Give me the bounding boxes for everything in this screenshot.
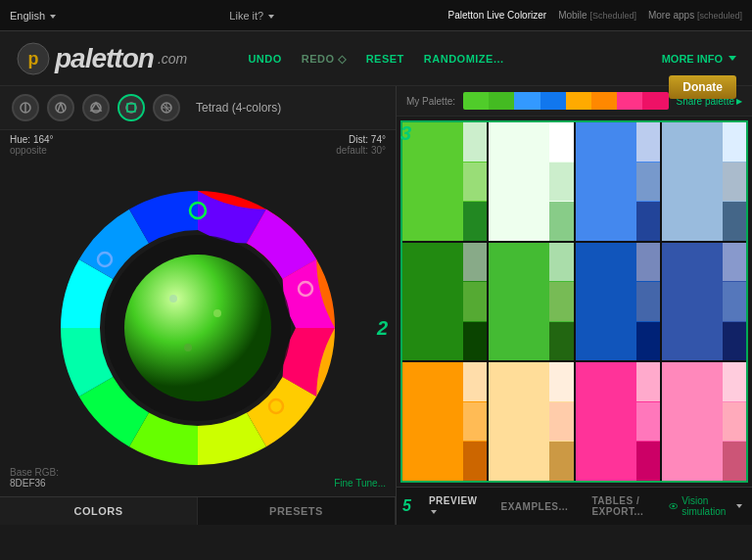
sub-swatch-11b[interactable] <box>636 402 660 442</box>
palette-swatch-2[interactable] <box>489 92 514 110</box>
palette-swatch-6[interactable] <box>591 92 617 110</box>
main-swatch-2[interactable] <box>489 122 549 241</box>
undo-button[interactable]: UNDO <box>240 49 289 69</box>
sub-swatch-11c[interactable] <box>636 442 660 481</box>
tetrad-mode-button[interactable] <box>118 94 145 121</box>
donate-button[interactable]: Donate <box>669 75 736 99</box>
grid-cell-2[interactable] <box>489 122 573 241</box>
sub-swatch-10c[interactable] <box>549 442 573 481</box>
sub-swatch-6a[interactable] <box>549 243 573 282</box>
sub-swatch-9a[interactable] <box>463 362 487 401</box>
main-swatch-5[interactable] <box>402 243 463 361</box>
grid-cell-11[interactable] <box>576 362 660 481</box>
grid-cell-7[interactable] <box>576 243 660 361</box>
sub-swatch-1a[interactable] <box>463 122 487 162</box>
palette-swatch-4[interactable] <box>540 92 566 110</box>
palette-swatch-1[interactable] <box>463 92 489 110</box>
palette-swatch-7[interactable] <box>617 92 642 110</box>
color-grid[interactable] <box>400 120 748 483</box>
redo-button[interactable]: REDO ◇ <box>294 48 354 69</box>
main-swatch-3[interactable] <box>576 122 636 241</box>
grid-cell-6[interactable] <box>489 243 573 361</box>
sub-swatch-3b[interactable] <box>636 163 660 202</box>
tab-presets[interactable]: PRESETS <box>198 497 396 525</box>
paletton-live-label: Paletton Live Colorizer <box>448 10 547 21</box>
main-swatch-12[interactable] <box>662 362 723 481</box>
sub-swatch-2b[interactable] <box>549 163 573 202</box>
more-info-button[interactable]: MORE INFO <box>662 53 736 65</box>
tab-preview[interactable]: PREVIEW <box>417 488 490 525</box>
palette-swatch-3[interactable] <box>514 92 540 110</box>
language-selector[interactable]: English <box>10 10 56 22</box>
sub-swatch-2a[interactable] <box>549 122 573 162</box>
sub-swatch-7b[interactable] <box>636 282 660 321</box>
sub-swatch-8a[interactable] <box>723 243 746 282</box>
label-2: 2 <box>377 317 388 340</box>
sub-swatch-11a[interactable] <box>636 362 660 401</box>
sub-swatch-3a[interactable] <box>636 122 660 162</box>
adjacent-mode-button[interactable] <box>47 94 74 121</box>
mono-mode-button[interactable] <box>12 94 39 121</box>
fine-tune-button[interactable]: Fine Tune... <box>334 478 386 489</box>
sub-swatch-2c[interactable] <box>549 202 573 241</box>
grid-cell-3[interactable] <box>576 122 660 241</box>
sub-swatch-6c[interactable] <box>549 322 573 361</box>
grid-cell-8[interactable] <box>662 243 746 361</box>
main-swatch-4[interactable] <box>662 122 723 241</box>
mobile-label[interactable]: Mobile [Scheduled] <box>558 10 636 21</box>
triad-mode-button[interactable] <box>82 94 110 121</box>
grid-cell-12[interactable] <box>662 362 746 481</box>
main-swatch-6[interactable] <box>489 243 549 361</box>
sub-swatch-5c[interactable] <box>463 322 487 361</box>
main-swatch-10[interactable] <box>489 362 549 481</box>
sub-swatch-5a[interactable] <box>463 243 487 282</box>
custom-mode-button[interactable] <box>153 94 180 121</box>
sub-swatch-7c[interactable] <box>636 322 660 361</box>
sub-swatch-4c[interactable] <box>723 202 746 241</box>
randomize-button[interactable]: RANDOMIZE... <box>416 49 512 69</box>
sub-swatch-12b[interactable] <box>723 402 746 442</box>
sub-swatch-1b[interactable] <box>463 163 487 202</box>
sub-swatch-12c[interactable] <box>723 442 746 481</box>
mono-icon <box>18 100 33 116</box>
logo-icon: p <box>16 41 51 76</box>
like-it-button[interactable]: Like it? <box>56 10 447 22</box>
main-swatch-11[interactable] <box>576 362 636 481</box>
vision-simulation-button[interactable]: Vision simulation <box>669 495 752 517</box>
sub-swatch-10b[interactable] <box>549 402 573 442</box>
tab-examples[interactable]: EXAMPLES... <box>490 493 581 520</box>
main-swatch-9[interactable] <box>402 362 463 481</box>
palette-swatch-8[interactable] <box>642 92 668 110</box>
sub-swatch-8b[interactable] <box>723 282 746 321</box>
reset-button[interactable]: RESET <box>358 49 412 69</box>
tab-colors[interactable]: COLORS <box>0 497 198 525</box>
sub-swatch-9c[interactable] <box>463 442 487 481</box>
main-swatch-1[interactable] <box>402 122 463 241</box>
grid-cell-4[interactable] <box>662 122 746 241</box>
wheel-area[interactable]: 2 <box>0 160 396 496</box>
main-swatch-8[interactable] <box>662 243 723 361</box>
grid-cell-10[interactable] <box>489 362 573 481</box>
more-apps-label[interactable]: More apps [scheduled] <box>648 10 742 21</box>
sub-swatch-4a[interactable] <box>723 122 746 162</box>
color-wheel-svg[interactable] <box>51 181 345 475</box>
main-swatch-7[interactable] <box>576 243 636 361</box>
palette-swatch-5[interactable] <box>566 92 591 110</box>
color-wheel[interactable] <box>51 181 345 475</box>
logo[interactable]: p paletton .com <box>16 41 187 76</box>
grid-cell-5[interactable] <box>402 243 487 361</box>
grid-cell-9[interactable] <box>402 362 487 481</box>
sub-swatch-6b[interactable] <box>549 282 573 321</box>
sub-swatch-4b[interactable] <box>723 163 746 202</box>
sub-swatch-1c[interactable] <box>463 202 487 241</box>
sub-swatch-5b[interactable] <box>463 282 487 321</box>
tab-tables-export[interactable]: TABLES / EXPORT... <box>580 488 669 525</box>
grid-cell-1[interactable] <box>402 122 487 241</box>
sub-swatch-9b[interactable] <box>463 402 487 442</box>
sub-swatch-3c[interactable] <box>636 202 660 241</box>
sub-swatch-8c[interactable] <box>723 322 746 361</box>
sub-swatch-7a[interactable] <box>636 243 660 282</box>
sub-swatch-10a[interactable] <box>549 362 573 401</box>
palette-strip[interactable] <box>463 92 668 110</box>
sub-swatch-12a[interactable] <box>723 362 746 401</box>
